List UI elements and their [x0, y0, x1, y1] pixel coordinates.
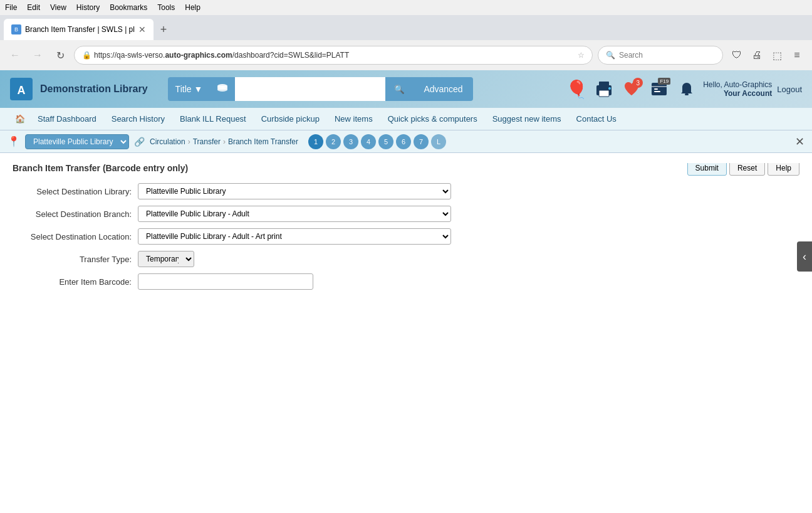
print-browser-icon[interactable]: 🖨: [748, 46, 766, 64]
step-L[interactable]: L: [431, 134, 446, 149]
toolbar-icons: 🛡 🖨 ⬚ ≡: [728, 46, 806, 64]
nav-contact-us[interactable]: Contact Us: [569, 109, 624, 129]
search-icon: 🔍: [606, 51, 615, 60]
tab-favicon: B: [11, 24, 21, 34]
menu-history[interactable]: History: [76, 3, 100, 12]
destination-branch-row: Select Destination Branch: Platteville P…: [13, 206, 799, 222]
submit-button[interactable]: Submit: [687, 163, 727, 176]
tab-title: Branch Item Transfer | SWLS | pl: [25, 25, 135, 34]
balloon-icon: 🎈: [566, 79, 588, 100]
f19-icon-button[interactable]: F19: [648, 78, 670, 100]
logout-button[interactable]: Logout: [777, 85, 802, 94]
reset-button[interactable]: Reset: [729, 163, 765, 176]
menu-icon[interactable]: ≡: [788, 46, 806, 64]
tab-bar: B Branch Item Transfer | SWLS | pl ✕ +: [0, 15, 812, 40]
menu-view[interactable]: View: [50, 3, 66, 12]
destination-location-label: Select Destination Location:: [13, 232, 138, 241]
menu-edit[interactable]: Edit: [27, 3, 40, 12]
new-tab-button[interactable]: +: [155, 21, 172, 38]
menu-tools[interactable]: Tools: [157, 3, 175, 12]
search-button[interactable]: 🔍: [385, 77, 414, 101]
collapse-sidebar-button[interactable]: ‹: [797, 241, 812, 272]
destination-library-label: Select Destination Library:: [13, 187, 138, 196]
heart-icon-button[interactable]: 3: [620, 78, 643, 100]
home-button[interactable]: 🏠: [10, 109, 30, 129]
transfer-type-row: Transfer Type: Temporary Permanent: [13, 251, 799, 267]
user-account-link[interactable]: Your Account: [724, 89, 772, 98]
address-input[interactable]: 🔒 https://qa-swls-verso.auto-graphics.co…: [74, 46, 593, 65]
tab-close-button[interactable]: ✕: [138, 25, 146, 34]
transfer-type-select[interactable]: Temporary Permanent: [138, 251, 194, 267]
forward-button[interactable]: →: [29, 46, 46, 64]
zoom-icon[interactable]: ⬚: [768, 46, 786, 64]
refresh-button[interactable]: ↻: [51, 46, 69, 64]
step-6[interactable]: 6: [396, 134, 411, 149]
close-panel-button[interactable]: ✕: [795, 135, 804, 149]
back-button[interactable]: ←: [6, 46, 24, 64]
active-tab[interactable]: B Branch Item Transfer | SWLS | pl ✕: [4, 19, 154, 40]
main-content: Submit Reset Help Branch Item Transfer (…: [0, 153, 812, 306]
destination-branch-select[interactable]: Platteville Public Library - Adult: [138, 206, 451, 222]
step-5[interactable]: 5: [378, 134, 393, 149]
step-2[interactable]: 2: [326, 134, 341, 149]
database-icon-button[interactable]: [210, 77, 235, 101]
nav-quick-picks[interactable]: Quick picks & computers: [380, 109, 485, 129]
breadcrumb-item-current: Branch Item Transfer: [228, 137, 298, 146]
svg-point-10: [608, 87, 611, 90]
svg-rect-11: [652, 83, 667, 95]
breadcrumb-link-icon: 🔗: [134, 137, 145, 147]
app-header: A Demonstration Library Title ▼ 🔍 Advanc…: [0, 70, 812, 108]
dropdown-arrow: ▼: [194, 84, 203, 94]
step-circles: 1 2 3 4 5 6 7 L: [308, 134, 446, 149]
svg-point-6: [217, 88, 227, 92]
item-barcode-input[interactable]: [138, 273, 313, 290]
nav-suggest-new-items[interactable]: Suggest new items: [485, 109, 569, 129]
browser-search-box[interactable]: 🔍 Search: [598, 46, 723, 65]
breadcrumb-path: Circulation › Transfer › Branch Item Tra…: [150, 137, 298, 146]
location-select[interactable]: Platteville Public Library: [25, 134, 129, 149]
advanced-search-button[interactable]: Advanced: [414, 77, 472, 101]
nav-blank-ill-request[interactable]: Blank ILL Request: [172, 109, 254, 129]
destination-location-select[interactable]: Platteville Public Library - Adult - Art…: [138, 228, 451, 245]
breadcrumb-item-circulation[interactable]: Circulation: [150, 137, 185, 146]
nav-staff-dashboard[interactable]: Staff Dashboard: [30, 109, 104, 129]
breadcrumb-item-transfer[interactable]: Transfer: [193, 137, 221, 146]
library-name: Demonstration Library: [40, 83, 148, 95]
nav-curbside-pickup[interactable]: Curbside pickup: [254, 109, 327, 129]
panel-actions: Submit Reset Help: [687, 163, 799, 176]
heart-badge: 3: [633, 78, 643, 88]
search-input[interactable]: [235, 77, 385, 101]
user-greeting: Hello, Auto-Graphics: [703, 80, 772, 89]
nav-bar: 🏠 Staff Dashboard Search History Blank I…: [0, 108, 812, 130]
menu-bar: File Edit View History Bookmarks Tools H…: [0, 0, 812, 15]
url-display: https://qa-swls-verso.auto-graphics.com/…: [94, 51, 349, 60]
help-button[interactable]: Help: [768, 163, 799, 176]
step-4[interactable]: 4: [361, 134, 376, 149]
search-magnifier-icon: 🔍: [394, 85, 405, 94]
step-7[interactable]: 7: [414, 134, 429, 149]
destination-library-select[interactable]: Platteville Public Library: [138, 183, 451, 199]
menu-file[interactable]: File: [5, 3, 17, 12]
step-1[interactable]: 1: [308, 134, 323, 149]
menu-bookmarks[interactable]: Bookmarks: [110, 3, 147, 12]
breadcrumb-bar: 📍 Platteville Public Library 🔗 Circulati…: [0, 130, 812, 153]
svg-rect-9: [599, 90, 609, 97]
app-logo-icon: A: [10, 78, 33, 100]
user-section: Hello, Auto-Graphics Your Account: [703, 80, 772, 98]
svg-rect-14: [654, 91, 660, 92]
balloon-icon-button[interactable]: 🎈: [565, 78, 588, 100]
destination-location-row: Select Destination Location: Platteville…: [13, 228, 799, 245]
item-barcode-label: Enter Item Barcode:: [13, 277, 138, 287]
star-icon[interactable]: ☆: [578, 51, 585, 60]
search-type-dropdown[interactable]: Title ▼: [168, 77, 211, 101]
header-right-icons: 🎈 3 F19: [565, 78, 802, 100]
nav-search-history[interactable]: Search History: [104, 109, 172, 129]
panel-title: Branch Item Transfer (Barcode entry only…: [13, 163, 799, 173]
menu-help[interactable]: Help: [185, 3, 200, 12]
print-icon-button[interactable]: [593, 78, 615, 100]
bell-icon-button[interactable]: [675, 78, 698, 100]
transfer-type-label: Transfer Type:: [13, 255, 138, 264]
shield-icon[interactable]: 🛡: [728, 46, 746, 64]
nav-new-items[interactable]: New items: [327, 109, 380, 129]
step-3[interactable]: 3: [343, 134, 358, 149]
